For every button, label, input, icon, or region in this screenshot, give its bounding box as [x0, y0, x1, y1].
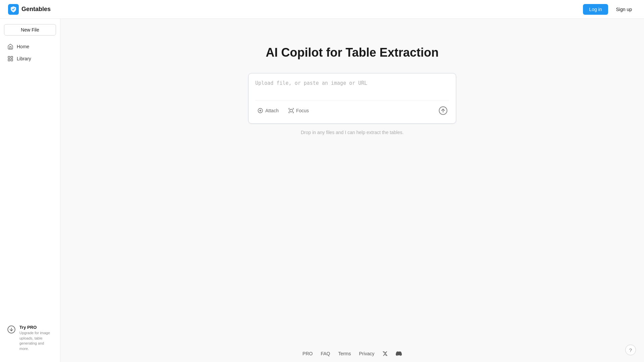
svg-rect-1 — [8, 56, 10, 58]
help-icon: ? — [629, 347, 632, 353]
discord-icon[interactable] — [396, 351, 402, 357]
pro-icon — [7, 325, 16, 334]
sidebar-item-home-label: Home — [17, 44, 29, 49]
logo[interactable]: Gentables — [8, 4, 51, 15]
sidebar-item-home[interactable]: Home — [4, 41, 56, 52]
upload-box: Attach Focus — [248, 73, 456, 124]
submit-icon — [438, 106, 448, 115]
page-title: AI Copilot for Table Extraction — [266, 46, 438, 60]
drop-hint: Drop in any files and I can help extract… — [301, 130, 404, 135]
logo-text: Gentables — [21, 6, 51, 13]
attach-button[interactable]: Attach — [255, 106, 281, 115]
focus-button[interactable]: Focus — [286, 106, 311, 115]
try-pro-section[interactable]: Try PRO Upgrade for image uploads, table… — [4, 322, 56, 354]
library-icon — [7, 56, 13, 62]
svg-rect-2 — [11, 56, 13, 58]
pro-text: Try PRO Upgrade for image uploads, table… — [19, 325, 54, 351]
footer-link-pro[interactable]: PRO — [303, 351, 313, 356]
logo-icon — [8, 4, 19, 15]
footer-link-privacy[interactable]: Privacy — [359, 351, 374, 356]
main-content: AI Copilot for Table Extraction Attach — [60, 19, 644, 362]
signup-button[interactable]: Sign up — [612, 4, 636, 15]
login-button[interactable]: Log in — [583, 4, 608, 15]
new-file-button[interactable]: New File — [4, 24, 56, 36]
sidebar-item-library-label: Library — [17, 56, 31, 61]
attach-label: Attach — [265, 108, 279, 113]
svg-rect-10 — [290, 109, 292, 112]
submit-button[interactable] — [437, 105, 449, 117]
footer-link-terms[interactable]: Terms — [338, 351, 351, 356]
home-icon — [7, 44, 13, 50]
pro-description: Upgrade for image uploads, table generat… — [19, 330, 54, 351]
footer-link-faq[interactable]: FAQ — [321, 351, 330, 356]
upload-input[interactable] — [255, 80, 449, 94]
header-actions: Log in Sign up — [583, 4, 636, 15]
sidebar-nav: Home Library — [4, 41, 56, 64]
focus-icon — [288, 108, 294, 114]
footer: PRO FAQ Terms Privacy — [60, 345, 644, 362]
sidebar: New File Home Library — [0, 19, 60, 362]
x-twitter-icon[interactable] — [382, 351, 388, 356]
sidebar-item-library[interactable]: Library — [4, 53, 56, 64]
svg-rect-4 — [11, 59, 13, 61]
upload-actions: Attach Focus — [255, 100, 449, 117]
header: Gentables Log in Sign up — [0, 0, 644, 19]
upload-left-actions: Attach Focus — [255, 106, 311, 115]
focus-label: Focus — [296, 108, 309, 113]
attach-icon — [257, 108, 263, 114]
svg-rect-3 — [8, 59, 10, 61]
help-button[interactable]: ? — [625, 345, 636, 355]
pro-title: Try PRO — [19, 325, 54, 330]
